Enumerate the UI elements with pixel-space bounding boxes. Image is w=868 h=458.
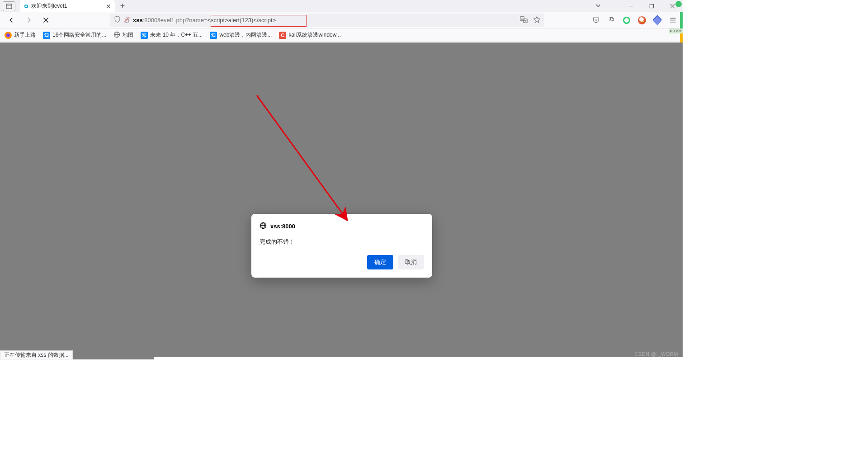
- bookmark-item[interactable]: 知 web渗透，内网渗透...: [210, 31, 272, 39]
- bookmark-item[interactable]: 地图: [113, 31, 133, 39]
- globe-icon: [259, 222, 267, 231]
- browser-tab[interactable]: 欢迎来到level1 ✕: [20, 0, 115, 12]
- svg-rect-3: [650, 4, 653, 8]
- url-right-icons: A文: [520, 16, 541, 25]
- extension-duck-icon[interactable]: [637, 16, 646, 25]
- pocket-icon[interactable]: [591, 16, 600, 25]
- svg-text:A: A: [521, 17, 523, 20]
- firefox-icon: [5, 32, 12, 39]
- shield-icon[interactable]: [114, 16, 121, 24]
- menu-button[interactable]: [668, 16, 677, 25]
- status-text: 正在传输来自 xss 的数据...: [4, 351, 69, 359]
- alert-dialog: xss:8000 完成的不错！ 确定 取消: [251, 214, 432, 278]
- dialog-buttons: 确定 取消: [259, 255, 424, 269]
- insecure-lock-icon[interactable]: [123, 16, 130, 24]
- status-indicator-icon: [675, 1, 682, 7]
- nav-bar: xss :8000 /level1.php?name= <script>aler…: [0, 12, 683, 28]
- address-bar[interactable]: xss :8000 /level1.php?name= <script>aler…: [110, 14, 544, 27]
- tabs-dropdown-button[interactable]: [595, 2, 601, 10]
- zhihu-icon: 知: [141, 32, 148, 39]
- url-text: xss :8000 /level1.php?name= <script>aler…: [133, 17, 276, 24]
- bookmark-item[interactable]: 新手上路: [5, 31, 36, 39]
- bookmark-label: web渗透，内网渗透...: [219, 31, 272, 39]
- url-host: xss: [133, 17, 143, 24]
- annotation-arrow: [250, 85, 359, 230]
- right-stripe-icon: [680, 12, 683, 28]
- c-red-icon: C: [279, 32, 286, 39]
- url-payload: <script>alert(123)</script>: [207, 17, 276, 24]
- page-content: xss:8000 完成的不错！ 确定 取消 CSDN @I_WORM: [0, 42, 683, 359]
- tab-title: 欢迎来到level1: [31, 2, 67, 10]
- bookmark-label: 16个网络安全常用的...: [52, 31, 106, 39]
- extensions-icon[interactable]: [607, 16, 616, 25]
- translate-icon[interactable]: A文: [520, 16, 528, 25]
- tab-overview-button[interactable]: [3, 1, 15, 11]
- url-path: /level1.php?name=: [157, 17, 207, 24]
- globe-icon: [113, 31, 120, 39]
- bookmark-star-icon[interactable]: [533, 16, 541, 25]
- bookmark-label: kali系统渗透window...: [288, 31, 340, 39]
- bookmark-item[interactable]: C kali系统渗透window...: [279, 31, 340, 39]
- zhihu-icon: 知: [43, 32, 50, 39]
- bookmark-label: 地图: [123, 31, 133, 39]
- bookmark-item[interactable]: 知 未来 10 年，C++ 五...: [141, 31, 203, 39]
- dialog-header: xss:8000: [259, 222, 424, 231]
- dialog-origin: xss:8000: [270, 223, 295, 230]
- minimize-button[interactable]: [620, 0, 641, 12]
- tab-favicon: [24, 5, 28, 8]
- zhihu-icon: 知: [210, 32, 217, 39]
- stop-reload-button[interactable]: [39, 14, 52, 27]
- url-port: :8000: [143, 17, 158, 24]
- forward-button[interactable]: [22, 14, 35, 27]
- svg-line-20: [257, 95, 347, 220]
- dialog-message: 完成的不错！: [259, 238, 424, 246]
- window-controls: [620, 0, 683, 12]
- maximize-button[interactable]: [641, 0, 662, 12]
- watermark-text: CSDN @I_WORM: [634, 351, 678, 357]
- network-speed-up: 0.7 K/s: [669, 28, 683, 33]
- tab-close-button[interactable]: ✕: [106, 3, 111, 10]
- cancel-button[interactable]: 取消: [398, 255, 424, 269]
- tab-bar: 欢迎来到level1 ✕ +: [0, 0, 683, 12]
- new-tab-button[interactable]: +: [117, 0, 128, 12]
- extension-green-icon[interactable]: [622, 16, 631, 25]
- bookmarks-bar: 新手上路 知 16个网络安全常用的... 地图 知 未来 10 年，C++ 五.…: [0, 28, 683, 42]
- extension-layers-icon[interactable]: [653, 16, 662, 25]
- toolbar-extensions: [591, 16, 677, 25]
- back-button[interactable]: [5, 14, 18, 27]
- status-bar: 正在传输来自 xss 的数据...: [0, 350, 73, 359]
- svg-text:文: 文: [524, 19, 527, 22]
- bookmark-label: 新手上路: [14, 31, 36, 39]
- svg-rect-0: [6, 4, 12, 8]
- bookmark-label: 未来 10 年，C++ 五...: [150, 31, 203, 39]
- bottom-blank: [154, 357, 683, 359]
- bookmark-item[interactable]: 知 16个网络安全常用的...: [43, 31, 106, 39]
- ok-button[interactable]: 确定: [367, 255, 393, 269]
